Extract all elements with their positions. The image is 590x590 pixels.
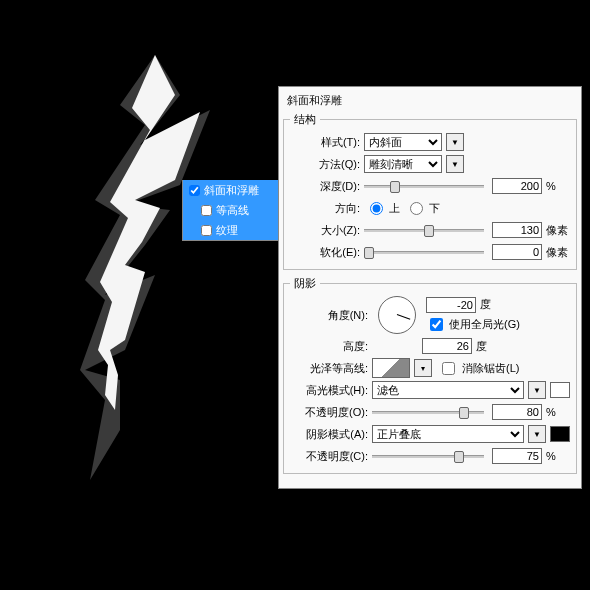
soften-unit: 像素 [546,245,570,260]
altitude-input[interactable] [422,338,472,354]
bevel-label: 斜面和浮雕 [204,183,259,198]
glosscontour-dropdown-icon[interactable]: ▾ [414,359,432,377]
style-select[interactable]: 内斜面 [364,133,442,151]
altitude-unit: 度 [476,339,487,354]
layerstyle-bevel[interactable]: 斜面和浮雕 [183,180,279,200]
angle-picker[interactable] [378,296,416,334]
depth-input[interactable] [492,178,542,194]
soften-slider[interactable] [364,245,484,259]
shadow-color[interactable] [550,426,570,442]
technique-select[interactable]: 雕刻清晰 [364,155,442,173]
opacity2-label: 不透明度(C): [290,449,368,464]
technique-label: 方法(Q): [290,157,360,172]
shadow-group: 阴影 角度(N): 度 使用全局光(G) 高度: 度 光泽等高线: [283,276,577,474]
shadowmode-label: 阴影模式(A): [290,427,368,442]
direction-label: 方向: [290,201,360,216]
shadow-opacity-slider[interactable] [372,449,484,463]
size-unit: 像素 [546,223,570,238]
altitude-label: 高度: [290,339,368,354]
style-dropdown-icon[interactable]: ▼ [446,133,464,151]
size-input[interactable] [492,222,542,238]
opacity2-unit: % [546,450,570,462]
structure-group: 结构 样式(T): 内斜面 ▼ 方法(Q): 雕刻清晰 ▼ 深度(D): % 方… [283,112,577,270]
highlightmode-dropdown-icon[interactable]: ▼ [528,381,546,399]
shadow-legend: 阴影 [290,276,320,291]
global-light-label: 使用全局光(G) [449,317,520,332]
highlight-color[interactable] [550,382,570,398]
shadowmode-dropdown-icon[interactable]: ▼ [528,425,546,443]
texture-label: 纹理 [216,223,238,238]
depth-label: 深度(D): [290,179,360,194]
glosscontour-label: 光泽等高线: [290,361,368,376]
technique-dropdown-icon[interactable]: ▼ [446,155,464,173]
panel-title: 斜面和浮雕 [283,91,577,112]
direction-down-radio[interactable] [410,202,423,215]
contour-checkbox[interactable] [201,205,212,216]
layerstyle-texture[interactable]: 纹理 [183,220,279,240]
highlightmode-label: 高光模式(H): [290,383,368,398]
glosscontour-swatch[interactable] [372,358,410,378]
angle-label: 角度(N): [290,308,368,323]
artwork-preview [50,50,230,490]
style-label: 样式(T): [290,135,360,150]
depth-slider[interactable] [364,179,484,193]
structure-legend: 结构 [290,112,320,127]
layerstyle-contour[interactable]: 等高线 [183,200,279,220]
depth-unit: % [546,180,570,192]
highlight-opacity-slider[interactable] [372,405,484,419]
antialias-label: 消除锯齿(L) [462,361,519,376]
antialias-checkbox[interactable] [442,362,455,375]
highlight-opacity-input[interactable] [492,404,542,420]
size-label: 大小(Z): [290,223,360,238]
soften-label: 软化(E): [290,245,360,260]
bevel-emboss-panel: 斜面和浮雕 结构 样式(T): 内斜面 ▼ 方法(Q): 雕刻清晰 ▼ 深度(D… [278,86,582,489]
bevel-checkbox[interactable] [189,185,200,196]
highlightmode-select[interactable]: 滤色 [372,381,524,399]
soften-input[interactable] [492,244,542,260]
layer-styles-list: 斜面和浮雕 等高线 纹理 [182,180,280,241]
shadowmode-select[interactable]: 正片叠底 [372,425,524,443]
texture-checkbox[interactable] [201,225,212,236]
global-light-checkbox[interactable] [430,318,443,331]
up-label: 上 [389,201,400,216]
shadow-opacity-input[interactable] [492,448,542,464]
direction-up-radio[interactable] [370,202,383,215]
contour-label: 等高线 [216,203,249,218]
size-slider[interactable] [364,223,484,237]
angle-input[interactable] [426,297,476,313]
opacity1-unit: % [546,406,570,418]
angle-unit: 度 [480,297,491,312]
opacity1-label: 不透明度(O): [290,405,368,420]
down-label: 下 [429,201,440,216]
